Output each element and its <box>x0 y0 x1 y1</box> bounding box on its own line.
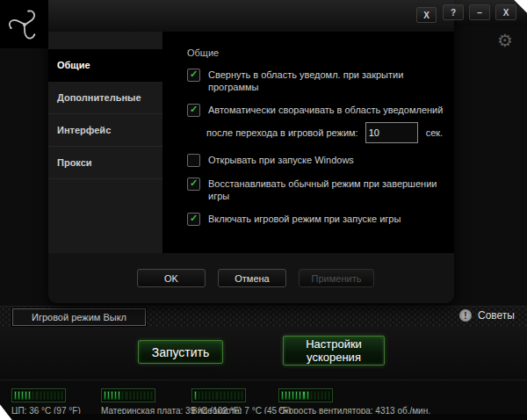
boost-settings-button[interactable]: Настройки ускорения <box>283 336 385 366</box>
checkbox-checked[interactable]: ✓ <box>187 104 200 117</box>
meter-segment <box>321 391 323 400</box>
tips-alert-icon: ! <box>459 309 472 322</box>
cancel-button[interactable]: Отмена <box>218 269 286 287</box>
meter-segment <box>150 391 153 400</box>
meter-segment <box>324 391 327 400</box>
meter-segment <box>133 391 135 400</box>
close-button[interactable]: X <box>495 4 516 20</box>
meter-gauge <box>101 388 155 402</box>
meter-segment <box>136 391 139 400</box>
meter-segment <box>125 391 127 400</box>
checkbox-label: Включать игровой режим при запуске игры <box>208 213 401 225</box>
razer-triple-snake-icon <box>5 5 44 44</box>
dialog-body: ОбщиеДополнительныеИнтерфейсПрокси Общие… <box>48 32 454 253</box>
minimize-button[interactable]: – <box>469 4 490 20</box>
meter-segment <box>314 391 316 400</box>
meter-segment <box>208 391 211 400</box>
interval-suffix: сек. <box>426 127 444 138</box>
meter-segment <box>194 391 197 400</box>
meter-segment <box>223 391 226 400</box>
meter-segment <box>237 391 240 400</box>
meter-segment <box>230 391 233 400</box>
tab-интерфейс[interactable]: Интерфейс <box>48 114 162 147</box>
meter-segment <box>285 391 287 400</box>
settings-dialog: X ОбщиеДополнительныеИнтерфейсПрокси Общ… <box>48 0 454 303</box>
meter-segment <box>25 391 27 400</box>
settings-gear-icon[interactable]: ⚙ <box>497 32 513 49</box>
meter-segment <box>140 391 142 400</box>
meter-segment <box>14 391 17 400</box>
dialog-close-button[interactable]: X <box>416 7 437 23</box>
meter-segment <box>310 391 313 400</box>
meter-segment <box>50 391 53 400</box>
meter-segment <box>40 391 42 400</box>
hardware-statusbar: ЦП: 36 °C (97 °F)Материнская плата: 39 °… <box>0 380 527 415</box>
meter-segment <box>147 391 149 400</box>
meter-segment <box>295 391 298 400</box>
checkbox-label: Восстанавливать обычный режим при заверш… <box>208 177 454 202</box>
interval-prefix: после перехода в игровой режим: <box>206 127 358 138</box>
meter-segment <box>241 391 243 400</box>
status-strip: Игровой режим Выкл ! Советы <box>0 306 527 329</box>
meter-segment <box>234 391 236 400</box>
meter-segment <box>18 391 20 400</box>
desktop: ? – X ⚙ X ОбщиеДополнительныеИнтерфейсПр… <box>0 0 527 420</box>
dialog-tab-list: ОбщиеДополнительныеИнтерфейсПрокси <box>48 32 162 253</box>
meter-segment <box>198 391 200 400</box>
meter-segment <box>121 391 124 400</box>
tab-дополнительные[interactable]: Дополнительные <box>48 82 162 114</box>
meter-segment <box>302 391 305 400</box>
checkbox-row: ✓Свернуть в область уведомл. при закрыти… <box>187 69 454 93</box>
check-icon: ✓ <box>190 178 198 188</box>
meter-segment <box>317 391 320 400</box>
apply-button[interactable]: Применить <box>299 269 374 287</box>
meter-segment <box>129 391 132 400</box>
game-mode-badge[interactable]: Игровой режим Выкл <box>12 308 146 326</box>
meter-segment <box>21 391 24 400</box>
checkbox-group: ✓Свернуть в область уведомл. при закрыти… <box>187 69 454 226</box>
meter-segment <box>54 391 56 400</box>
meter-segment <box>292 391 294 400</box>
razer-logo <box>0 0 48 48</box>
meter-segment <box>118 391 120 400</box>
action-band: Запустить Настройки ускорения <box>0 327 527 380</box>
checkbox-checked[interactable]: ✓ <box>187 69 200 82</box>
meter-segment <box>288 391 291 400</box>
ok-button[interactable]: OK <box>137 269 206 287</box>
meter-segment <box>201 391 204 400</box>
window-controls: ? – X <box>443 4 516 20</box>
meter-segment <box>143 391 146 400</box>
interval-seconds-input[interactable] <box>365 122 418 143</box>
checkbox-row: ✓Восстанавливать обычный режим при завер… <box>187 177 454 202</box>
checkbox-checked[interactable]: ✓ <box>187 213 200 226</box>
meter-segment <box>111 391 113 400</box>
launch-button[interactable]: Запустить <box>138 340 223 364</box>
meter-gauge <box>191 388 246 402</box>
meter-segment <box>114 391 117 400</box>
tab-прокси[interactable]: Прокси <box>48 147 162 179</box>
meter-segment <box>299 391 301 400</box>
help-button[interactable]: ? <box>443 4 464 20</box>
meter-segment <box>227 391 229 400</box>
meter-segment <box>212 391 214 400</box>
meter-segment <box>205 391 207 400</box>
tips-label: Советы <box>478 309 515 322</box>
meter-segment <box>220 391 222 400</box>
meter-segment <box>328 391 330 400</box>
checkbox-row: Открывать при запуске Windows <box>187 154 454 167</box>
checkbox-row: ✓Автоматически сворачивать в область уве… <box>187 104 454 117</box>
interval-row: после перехода в игровой режим:сек. <box>206 122 454 143</box>
meter-segment <box>43 391 46 400</box>
meter-segment <box>47 391 49 400</box>
meter-gauge <box>278 388 333 402</box>
tips-link[interactable]: ! Советы <box>459 309 515 322</box>
check-icon: ✓ <box>190 105 198 114</box>
meter-segment <box>107 391 110 400</box>
meter-segment <box>104 391 106 400</box>
check-icon: ✓ <box>190 69 198 79</box>
meter-segment <box>61 391 63 400</box>
tab-общие[interactable]: Общие <box>48 49 162 82</box>
meter-segment <box>307 391 309 400</box>
checkbox-checked[interactable]: ✓ <box>187 177 200 191</box>
checkbox-unchecked[interactable] <box>187 154 200 167</box>
